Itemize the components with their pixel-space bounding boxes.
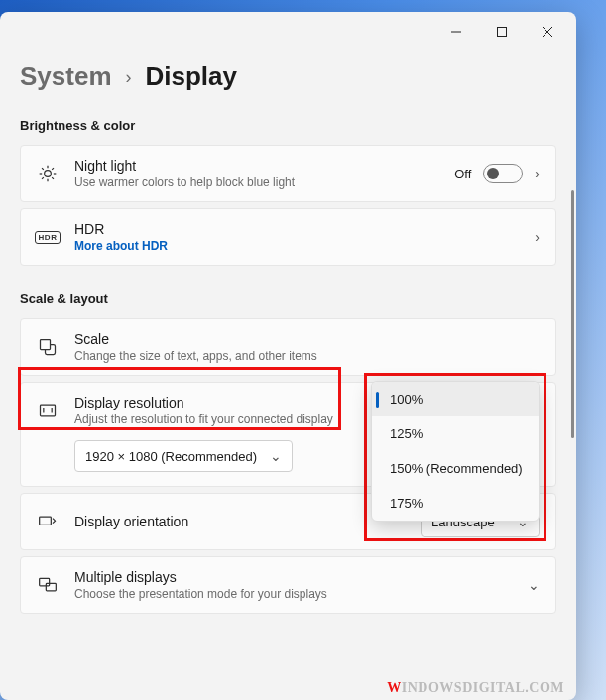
scale-desc: Change the size of text, apps, and other… <box>74 349 540 363</box>
resolution-icon <box>37 401 59 420</box>
night-light-row[interactable]: Night light Use warmer colors to help bl… <box>20 145 556 202</box>
chevron-right-icon: › <box>535 229 540 245</box>
settings-window: System › Display Brightness & color Nigh… <box>0 12 576 700</box>
close-button[interactable] <box>525 16 570 48</box>
scale-option-150[interactable]: 150% (Recommended) <box>372 451 539 486</box>
night-light-toggle[interactable] <box>483 164 523 183</box>
scale-title: Scale <box>74 331 540 347</box>
scale-row[interactable]: Scale Change the size of text, apps, and… <box>20 318 556 376</box>
chevron-right-icon: › <box>535 166 540 181</box>
sun-icon <box>37 164 59 183</box>
scale-option-100[interactable]: 100% <box>372 382 539 416</box>
scale-option-125[interactable]: 125% <box>372 416 539 451</box>
orientation-icon <box>37 512 59 531</box>
page-title: Display <box>146 61 238 92</box>
hdr-icon: HDR <box>37 231 59 244</box>
chevron-down-icon: ⌄ <box>528 577 540 593</box>
section-scale-layout-label: Scale & layout <box>20 292 556 306</box>
multiple-displays-desc: Choose the presentation mode for your di… <box>74 587 512 601</box>
hdr-title: HDR <box>74 221 519 237</box>
orientation-title: Display orientation <box>74 514 405 529</box>
svg-rect-19 <box>46 583 56 591</box>
resolution-value: 1920 × 1080 (Recommended) <box>85 449 257 464</box>
night-light-title: Night light <box>74 158 438 174</box>
maximize-button[interactable] <box>479 16 525 48</box>
multiple-displays-row[interactable]: Multiple displays Choose the presentatio… <box>20 556 556 614</box>
svg-line-12 <box>52 168 54 170</box>
svg-rect-1 <box>498 28 507 37</box>
night-light-state: Off <box>454 167 471 181</box>
chevron-down-icon: ⌄ <box>270 448 282 464</box>
scrollbar[interactable] <box>571 190 574 438</box>
svg-rect-17 <box>40 517 52 525</box>
svg-rect-14 <box>41 405 56 416</box>
multiple-displays-title: Multiple displays <box>74 569 512 585</box>
content-area: System › Display Brightness & color Nigh… <box>0 52 576 700</box>
titlebar <box>0 12 576 52</box>
multiple-displays-icon <box>37 575 59 595</box>
night-light-desc: Use warmer colors to help block blue lig… <box>74 175 438 189</box>
section-brightness-label: Brightness & color <box>20 118 556 133</box>
scale-icon <box>37 337 59 357</box>
svg-line-9 <box>42 168 44 170</box>
breadcrumb: System › Display <box>20 61 556 92</box>
svg-line-11 <box>42 177 44 179</box>
watermark: WINDOWSDIGITAL.COM <box>387 680 564 696</box>
chevron-right-icon: › <box>126 67 132 88</box>
svg-rect-18 <box>40 578 50 586</box>
svg-line-10 <box>52 177 54 179</box>
resolution-select[interactable]: 1920 × 1080 (Recommended) ⌄ <box>74 440 293 472</box>
svg-point-4 <box>45 171 52 177</box>
scale-dropdown: 100% 125% 150% (Recommended) 175% <box>371 381 540 522</box>
svg-rect-13 <box>41 340 51 350</box>
hdr-row[interactable]: HDR HDR More about HDR › <box>20 208 556 266</box>
hdr-link[interactable]: More about HDR <box>74 239 519 253</box>
scale-option-175[interactable]: 175% <box>372 486 539 521</box>
breadcrumb-parent[interactable]: System <box>20 61 112 92</box>
minimize-button[interactable] <box>433 16 479 48</box>
